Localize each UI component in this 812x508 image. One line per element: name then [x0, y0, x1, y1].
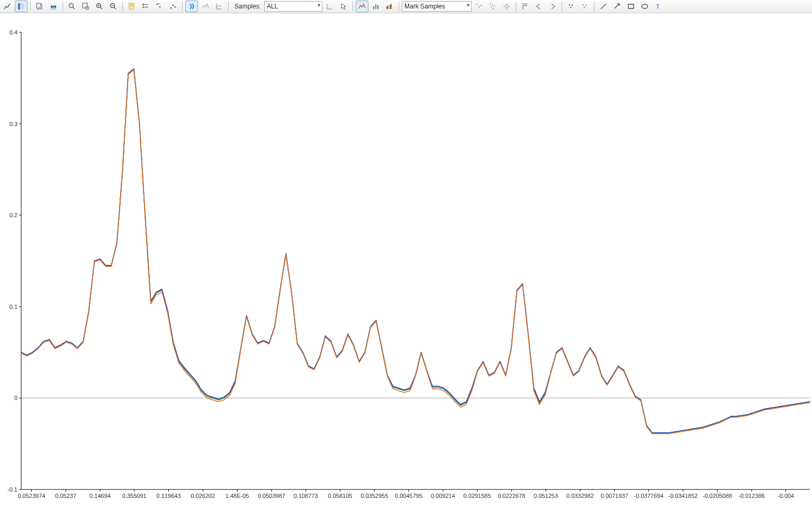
- legend-icon[interactable]: [139, 1, 152, 12]
- draw-ellipse-icon[interactable]: [638, 1, 651, 12]
- notes-icon[interactable]: [125, 1, 138, 12]
- svg-text:0.0291585: 0.0291585: [464, 493, 491, 499]
- flag-icon[interactable]: [519, 1, 531, 12]
- labels-icon[interactable]: [153, 1, 166, 12]
- svg-text:1.48E-05: 1.48E-05: [225, 493, 249, 499]
- svg-rect-37: [391, 4, 392, 9]
- svg-text:T: T: [656, 3, 660, 10]
- svg-rect-6: [52, 7, 55, 9]
- draw-text-icon[interactable]: T: [652, 1, 665, 12]
- draw-line-icon[interactable]: [597, 1, 610, 12]
- print-icon[interactable]: [47, 1, 60, 12]
- separator: [122, 2, 123, 11]
- zoom-in-icon[interactable]: [93, 1, 106, 12]
- grouped-bar-icon[interactable]: [383, 1, 396, 12]
- svg-text:0.0352955: 0.0352955: [360, 493, 388, 499]
- svg-text:0.009214: 0.009214: [431, 493, 455, 499]
- scatter-icon[interactable]: [167, 1, 179, 12]
- chart-svg: -0.100.10.20.30.40.05239740.052370.14694…: [0, 13, 812, 508]
- zoom-box-icon[interactable]: [79, 1, 92, 12]
- mark-points-icon[interactable]: [473, 1, 485, 12]
- axes-icon[interactable]: [213, 1, 225, 12]
- peaks-icon[interactable]: [199, 1, 212, 12]
- svg-text:-0.0377694: -0.0377694: [634, 493, 664, 499]
- svg-text:0.14694: 0.14694: [89, 493, 111, 499]
- zoom-out-icon[interactable]: [107, 1, 120, 12]
- svg-point-41: [490, 3, 491, 4]
- send-left-icon[interactable]: [533, 1, 545, 12]
- svg-text:0.051253: 0.051253: [534, 493, 558, 499]
- svg-text:0.05237: 0.05237: [55, 493, 76, 499]
- svg-line-59: [615, 4, 619, 8]
- separator: [516, 2, 516, 11]
- mark-scatter-icon[interactable]: [486, 1, 499, 12]
- axis-settings-icon[interactable]: [323, 1, 336, 12]
- svg-text:0.0503987: 0.0503987: [258, 493, 285, 499]
- svg-rect-22: [142, 6, 144, 8]
- copy-icon[interactable]: [33, 1, 46, 12]
- svg-point-29: [173, 5, 174, 6]
- svg-rect-9: [83, 3, 87, 8]
- refresh-icon[interactable]: [185, 1, 198, 12]
- svg-rect-60: [628, 4, 634, 8]
- svg-text:0.3: 0.3: [10, 121, 17, 127]
- svg-point-56: [585, 5, 587, 6]
- svg-point-46: [505, 5, 508, 8]
- samples-label: Samples:: [231, 3, 263, 10]
- cluster-gray-icon[interactable]: [579, 1, 591, 12]
- svg-line-8: [73, 7, 75, 10]
- properties-panel-icon[interactable]: [15, 1, 28, 12]
- svg-point-7: [69, 4, 74, 8]
- svg-text:0.0222678: 0.0222678: [498, 493, 525, 499]
- svg-point-44: [494, 5, 495, 6]
- svg-text:0.0332982: 0.0332982: [566, 493, 594, 499]
- line-plot-icon[interactable]: [356, 1, 368, 12]
- svg-text:0.0071937: 0.0071937: [601, 493, 628, 499]
- svg-text:-0.1: -0.1: [7, 486, 17, 493]
- svg-rect-3: [37, 3, 41, 8]
- mark-samples-value: Mark Samples: [404, 3, 445, 10]
- samples-select[interactable]: ALL: [264, 1, 322, 12]
- svg-point-54: [570, 7, 571, 8]
- draw-arrow-icon[interactable]: [611, 1, 624, 12]
- samples-value: ALL: [267, 3, 278, 10]
- svg-rect-36: [390, 5, 391, 9]
- svg-text:-0.0205088: -0.0205088: [702, 493, 732, 499]
- separator: [562, 2, 562, 11]
- zoom-fit-icon[interactable]: [66, 1, 78, 12]
- mark-samples-select[interactable]: Mark Samples: [402, 1, 472, 12]
- separator: [399, 2, 399, 11]
- draw-rect-icon[interactable]: [625, 1, 637, 12]
- svg-point-42: [492, 4, 493, 5]
- svg-rect-21: [142, 4, 144, 5]
- svg-text:0.0523974: 0.0523974: [17, 493, 45, 499]
- chart-area[interactable]: -0.100.10.20.30.40.05239740.052370.14694…: [0, 13, 812, 508]
- svg-text:0.026202: 0.026202: [191, 493, 215, 499]
- svg-rect-35: [387, 5, 389, 9]
- svg-text:0.058105: 0.058105: [328, 493, 353, 499]
- svg-text:0.0045795: 0.0045795: [395, 493, 422, 499]
- svg-point-57: [584, 7, 585, 8]
- svg-rect-31: [373, 6, 374, 9]
- svg-text:0.2: 0.2: [10, 212, 17, 218]
- chart-mode-icon[interactable]: [1, 1, 14, 12]
- svg-text:0.119643: 0.119643: [157, 493, 181, 499]
- bar-plot-icon[interactable]: [369, 1, 382, 12]
- mark-gear-icon[interactable]: [500, 1, 513, 12]
- series-orange: [21, 70, 810, 434]
- svg-point-40: [481, 5, 482, 6]
- toolbar: Samples: ALL Mark Samples T: [0, 0, 812, 13]
- svg-line-16: [114, 7, 116, 10]
- svg-text:0.4: 0.4: [10, 29, 17, 35]
- svg-point-38: [476, 4, 477, 5]
- svg-point-61: [642, 4, 648, 8]
- svg-text:-0.0341852: -0.0341852: [668, 493, 698, 499]
- cluster-red-icon[interactable]: [565, 1, 578, 12]
- cursor-icon[interactable]: [337, 1, 350, 12]
- svg-rect-34: [386, 6, 387, 9]
- send-right-icon[interactable]: [546, 1, 559, 12]
- separator: [228, 2, 229, 11]
- svg-text:0.355091: 0.355091: [122, 493, 147, 499]
- svg-rect-1: [21, 3, 24, 10]
- svg-point-28: [170, 7, 172, 9]
